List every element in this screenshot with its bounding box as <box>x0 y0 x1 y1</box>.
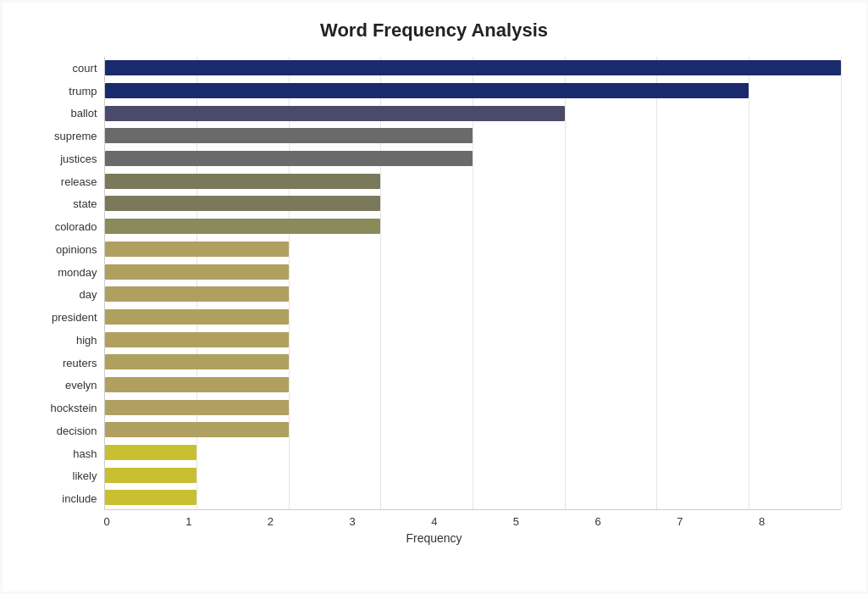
x-tick-label: 0 <box>104 515 186 528</box>
bar <box>105 83 749 98</box>
x-tick-label: 7 <box>677 515 759 528</box>
x-tick-label: 6 <box>595 515 677 528</box>
bar <box>105 174 381 189</box>
bar-row <box>105 329 841 351</box>
x-tick-label: 4 <box>431 515 513 528</box>
chart-area: courttrumpballotsupremejusticesreleasest… <box>28 57 841 510</box>
y-label: court <box>73 57 97 79</box>
bar-row <box>105 283 841 305</box>
bar-row <box>105 374 841 396</box>
y-label: state <box>73 193 97 215</box>
x-tick-label: 2 <box>268 515 350 528</box>
y-label: hockstein <box>51 397 97 419</box>
bar-row <box>105 261 841 283</box>
x-tick-label: 8 <box>759 515 841 528</box>
bar <box>105 106 565 121</box>
bar-row <box>105 170 841 192</box>
bar <box>105 128 473 143</box>
bar-row <box>105 147 841 169</box>
y-label: include <box>62 488 97 510</box>
bar <box>105 286 289 302</box>
x-tick-label: 1 <box>185 515 268 528</box>
y-label: release <box>61 170 97 192</box>
chart-container: Word Frequency Analysis courttrumpballot… <box>3 3 866 591</box>
x-tick-label: 5 <box>513 515 595 528</box>
y-label: justices <box>60 147 97 169</box>
y-label: day <box>80 284 97 306</box>
y-labels: courttrumpballotsupremejusticesreleasest… <box>28 57 104 510</box>
bar-row <box>105 103 841 125</box>
bar-row <box>105 215 841 237</box>
bar-row <box>105 57 841 79</box>
bar-row <box>105 397 841 419</box>
bar <box>105 468 197 483</box>
y-label: high <box>76 329 97 351</box>
bar-row <box>105 351 841 373</box>
y-label: evelyn <box>65 375 97 397</box>
chart-title: Word Frequency Analysis <box>28 19 841 42</box>
x-tick-label: 3 <box>350 515 432 528</box>
bar <box>105 377 289 392</box>
y-label: reuters <box>63 352 97 374</box>
bar-row <box>105 306 841 328</box>
x-axis-title: Frequency <box>28 531 841 545</box>
bars-area <box>104 57 841 510</box>
y-label: monday <box>58 261 97 283</box>
y-label: likely <box>73 465 97 487</box>
bar <box>105 422 289 437</box>
bar <box>105 490 197 505</box>
bar <box>105 445 197 460</box>
y-label: hash <box>73 442 97 464</box>
bar <box>105 332 289 347</box>
bar <box>105 309 289 325</box>
bar-row <box>105 419 841 441</box>
y-label: colorado <box>55 216 97 238</box>
y-label: ballot <box>70 103 97 125</box>
y-label: opinions <box>56 238 97 260</box>
bar-row <box>105 464 841 486</box>
y-label: president <box>52 307 97 329</box>
bottom-section: 012345678 Frequency <box>28 515 841 545</box>
x-axis-labels: 012345678 <box>104 515 841 528</box>
bar <box>105 151 473 166</box>
bar <box>105 219 381 234</box>
grid-line <box>841 57 842 509</box>
bar-row <box>105 486 841 508</box>
bar-row <box>105 80 841 102</box>
bar <box>105 241 289 257</box>
bar <box>105 400 289 415</box>
bar-row <box>105 125 841 147</box>
y-label: trump <box>69 80 97 102</box>
bar <box>105 60 841 75</box>
bar-row <box>105 238 841 260</box>
y-label: decision <box>57 419 97 441</box>
bar-row <box>105 192 841 214</box>
bar <box>105 264 289 280</box>
bar <box>105 354 289 369</box>
bar <box>105 196 381 211</box>
bar-row <box>105 441 841 464</box>
y-label: supreme <box>54 125 97 147</box>
